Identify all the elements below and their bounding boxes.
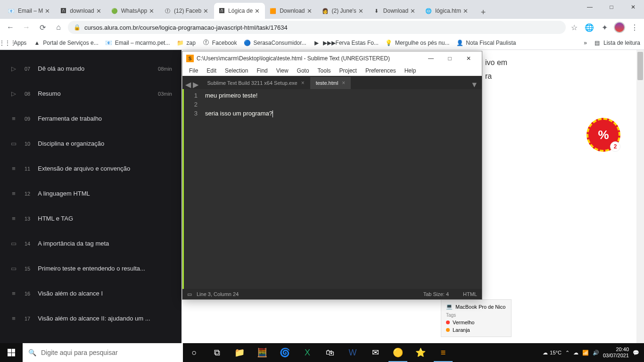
bookmark-item[interactable]: ▶▶▶▶Ferva Estas Fo... xyxy=(313,39,379,47)
menu-item[interactable]: Project xyxy=(336,66,361,75)
tab-dropdown-icon[interactable]: ▼ xyxy=(467,81,482,89)
menu-item[interactable]: Selection xyxy=(221,66,252,75)
reload-button[interactable]: ⟳ xyxy=(36,21,49,34)
bookmark-item[interactable]: ⋮⋮⋮Apps xyxy=(4,39,26,47)
menu-item[interactable]: Goto xyxy=(293,66,313,75)
sidebar-lesson-item[interactable]: ▭15Primeiro teste e entendendo o resulta… xyxy=(0,256,182,281)
tab-close-icon[interactable]: ✕ xyxy=(358,8,365,14)
address-bar[interactable]: 🔒 cursos.alura.com.br/course/logica-prog… xyxy=(68,21,566,34)
sublime-maximize-button[interactable]: □ xyxy=(440,52,459,65)
sublime-close-button[interactable]: ✕ xyxy=(459,52,478,65)
browser-tab[interactable]: 🌐lógica.htm✕ xyxy=(421,3,473,19)
bookmark-item[interactable]: ▲Portal de Serviços e... xyxy=(33,39,98,47)
browser-tab[interactable]: ⬇Download✕ xyxy=(369,3,421,19)
os-close-button[interactable]: ✕ xyxy=(622,0,644,14)
sublime-titlebar[interactable]: S C:\Users\mcarm\Desktop\logica\teste.ht… xyxy=(182,51,482,66)
menu-item[interactable]: File xyxy=(185,66,202,75)
status-tabsize[interactable]: Tab Size: 4 xyxy=(423,291,449,297)
status-doc-icon[interactable]: ▭ xyxy=(187,291,192,297)
taskbar-search[interactable]: 🔍 Digite aqui para pesquisar xyxy=(23,343,183,362)
os-minimize-button[interactable]: ― xyxy=(579,0,601,14)
bookmark-item[interactable]: 💡Mergulhe os pés nu... xyxy=(385,39,449,47)
mail-icon[interactable]: ✉ xyxy=(364,343,387,362)
sidebar-lesson-item[interactable]: ▭14A importância da tag meta xyxy=(0,231,182,256)
menu-item[interactable]: Tools xyxy=(314,66,335,75)
browser-tab[interactable]: ⓕ(12) Faceb✕ xyxy=(160,3,214,19)
sidebar-lesson-item[interactable]: ≡13HTML e TAG xyxy=(0,206,182,231)
weather-widget[interactable]: ☁ 15°C xyxy=(543,350,561,356)
course-sidebar[interactable]: 💬08[Discussão] Principal objetivo▷07Dê o… xyxy=(0,50,182,343)
word-icon[interactable]: W xyxy=(341,343,364,362)
explorer-icon[interactable]: 📁 xyxy=(228,343,251,362)
chrome-menu-button[interactable]: ⋮ xyxy=(629,22,640,33)
taskbar-clock[interactable]: 20:40 03/07/2021 xyxy=(603,346,629,359)
menu-item[interactable]: View xyxy=(272,66,292,75)
store-icon[interactable]: 🛍 xyxy=(319,343,341,362)
sublime-minimize-button[interactable]: ― xyxy=(421,52,440,65)
sidebar-lesson-item[interactable]: ≡17Visão além do alcance II: ajudando um… xyxy=(0,306,182,331)
tray-chevron-icon[interactable]: ⌃ xyxy=(565,350,570,356)
edge-icon[interactable]: 🌀 xyxy=(273,343,296,362)
bookmark-item[interactable]: 📁zap xyxy=(176,39,195,47)
menu-item[interactable]: Help xyxy=(401,66,420,75)
tray-network-icon[interactable]: 📶 xyxy=(582,350,589,356)
browser-tab[interactable]: 🅰Lógica de✕ xyxy=(214,3,265,19)
status-position[interactable]: Line 3, Column 24 xyxy=(197,291,239,297)
home-button[interactable]: ⌂ xyxy=(52,21,65,34)
sidebar-lesson-item[interactable]: ≡09Ferramenta de trabalho xyxy=(0,106,182,131)
back-button[interactable]: ← xyxy=(4,21,17,34)
menu-item[interactable]: Preferences xyxy=(362,66,400,75)
editor-tab[interactable]: Sublime Text Build 3211 x64 Setup.exe× xyxy=(201,77,310,89)
scrollbar-thumb[interactable] xyxy=(637,52,643,80)
menu-item[interactable]: Find xyxy=(253,66,271,75)
sidebar-lesson-item[interactable]: ≡11Extensão de arquivo e convenção xyxy=(0,156,182,181)
app-icon[interactable]: ⭐ xyxy=(409,343,432,362)
tab-close-icon[interactable]: ✕ xyxy=(307,8,314,14)
tab-close-icon[interactable]: ✕ xyxy=(463,8,470,14)
tray-onedrive-icon[interactable]: ☁ xyxy=(573,350,578,356)
new-tab-button[interactable]: + xyxy=(477,6,490,19)
cortana-icon[interactable]: ○ xyxy=(183,343,206,362)
page-scrollbar[interactable] xyxy=(636,50,644,343)
tab-close-icon[interactable]: ✕ xyxy=(149,8,156,14)
tab-close-icon[interactable]: ✕ xyxy=(45,8,51,14)
os-maximize-button[interactable]: □ xyxy=(601,0,622,14)
browser-tab[interactable]: 🅰download✕ xyxy=(56,3,106,19)
editor-tab[interactable]: teste.html× xyxy=(310,77,351,89)
browser-tab[interactable]: 📧Email – M✕ xyxy=(4,3,55,19)
sublime-taskbar-icon[interactable]: ≡ xyxy=(432,343,454,362)
tab-close-icon[interactable]: ✕ xyxy=(410,8,417,14)
browser-tab[interactable]: 👩(2) June's✕ xyxy=(318,3,369,19)
star-icon[interactable]: ☆ xyxy=(569,22,580,33)
sublime-menubar[interactable]: FileEditSelectionFindViewGotoToolsProjec… xyxy=(182,66,482,76)
notifications-icon[interactable]: 💬 xyxy=(633,350,639,356)
extensions-icon[interactable]: ✦ xyxy=(599,22,610,33)
bookmark-item[interactable]: 🔵SerasaConsumidor... xyxy=(244,39,306,47)
sidebar-lesson-item[interactable]: ≡16Visão além do alcance I xyxy=(0,281,182,306)
minimap[interactable] xyxy=(463,89,482,289)
translate-icon[interactable]: 🌐 xyxy=(584,22,595,33)
editor-tab-close-icon[interactable]: × xyxy=(342,80,345,86)
calculator-icon[interactable]: 🧮 xyxy=(251,343,273,362)
forward-button[interactable]: → xyxy=(20,21,33,34)
tray-volume-icon[interactable]: 🔊 xyxy=(593,350,599,356)
start-button[interactable] xyxy=(0,343,23,362)
sidebar-lesson-item[interactable]: ▷08Resumo03min xyxy=(0,81,182,106)
reading-list-button[interactable]: ▤Lista de leitura xyxy=(594,39,640,47)
profile-avatar[interactable] xyxy=(614,22,625,33)
finder-tag-row[interactable]: Vermelho xyxy=(446,319,506,326)
tab-close-icon[interactable]: ✕ xyxy=(96,8,103,14)
sidebar-lesson-item[interactable]: 💬08[Discussão] Principal objetivo xyxy=(0,50,182,56)
browser-tab[interactable]: 🟧Download✕ xyxy=(265,3,317,19)
bookmarks-overflow[interactable]: » xyxy=(584,40,587,46)
code-area[interactable]: meu primeiro teste! seria isso um progra… xyxy=(201,89,463,289)
excel-icon[interactable]: X xyxy=(296,343,319,362)
sidebar-lesson-item[interactable]: ▭10Disciplina e organização xyxy=(0,131,182,156)
sublime-editor[interactable]: 123 meu primeiro teste! seria isso um pr… xyxy=(182,89,482,289)
bookmark-item[interactable]: 👤Nota Fiscal Paulista xyxy=(456,39,516,47)
chrome-taskbar-icon[interactable]: 🟡 xyxy=(387,343,409,362)
bookmark-item[interactable]: ⓕFacebook xyxy=(202,39,237,47)
browser-tab[interactable]: 🟢WhatsApp✕ xyxy=(107,3,159,19)
menu-item[interactable]: Edit xyxy=(203,66,220,75)
bookmark-item[interactable]: 📧Email – mcarmo.pet... xyxy=(105,39,170,47)
